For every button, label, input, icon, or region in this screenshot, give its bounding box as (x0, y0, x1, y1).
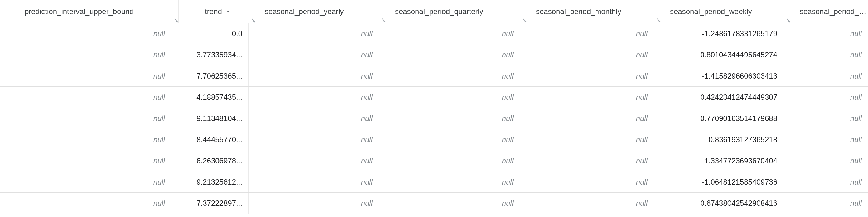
table-cell: null (379, 150, 520, 171)
table-cell: -1.0648121585409736 (654, 172, 784, 192)
table-cell: null (249, 87, 379, 107)
cell-value: null (361, 178, 373, 186)
cell-value: null (502, 72, 514, 81)
column-header-label: seasonal_period_dail (800, 7, 868, 16)
table-cell: null (784, 87, 868, 107)
column-header-trend[interactable]: trend (179, 0, 256, 23)
cell-value: 0.0 (232, 29, 242, 38)
table-cell: null (9, 172, 172, 192)
cell-value: null (850, 29, 862, 38)
column-header-seasonal-period-daily[interactable]: seasonal_period_dail (791, 0, 868, 23)
cell-value: null (850, 135, 862, 144)
cell-value: -1.0648121585409736 (702, 178, 777, 186)
cell-value: 0.42423412474449307 (700, 93, 777, 102)
cell-value: null (153, 72, 165, 81)
column-header-seasonal-period-yearly[interactable]: seasonal_period_yearly (256, 0, 386, 23)
cell-value: null (502, 29, 514, 38)
cell-value: null (361, 72, 373, 81)
table-row[interactable]: null9.21325612...nullnullnull-1.06481215… (0, 172, 868, 193)
column-header-leading[interactable]: . (0, 0, 16, 23)
table-cell: 3.77335934... (172, 44, 249, 65)
cell-value: 3.77335934... (196, 51, 242, 59)
cell-value: null (502, 93, 514, 102)
table-row[interactable]: null9.11348104...nullnullnull-0.77090163… (0, 108, 868, 129)
cell-value: null (361, 199, 373, 208)
table-cell: null (9, 108, 172, 129)
cell-value: null (502, 51, 514, 59)
table-row[interactable]: null4.18857435...nullnullnull0.424234124… (0, 87, 868, 108)
cell-value: null (153, 29, 165, 38)
table-cell: null (379, 108, 520, 129)
cell-value: null (850, 51, 862, 59)
table-cell: null (784, 23, 868, 44)
column-header-label: trend (205, 7, 222, 16)
cell-value: 7.70625365... (196, 72, 242, 81)
table-cell (0, 150, 9, 171)
table-cell (0, 129, 9, 150)
column-header-prediction-interval-upper-bound[interactable]: prediction_interval_upper_bound (16, 0, 179, 23)
table-row[interactable]: null7.70625365...nullnullnull-1.41582966… (0, 65, 868, 87)
table-cell: 9.11348104... (172, 108, 249, 129)
table-row[interactable]: null6.26306978...nullnullnull1.334772369… (0, 150, 868, 172)
cell-value: null (850, 93, 862, 102)
table-cell: 8.44455770... (172, 129, 249, 150)
table-row[interactable]: null3.77335934...nullnullnull0.801043444… (0, 44, 868, 65)
cell-value: null (636, 72, 648, 81)
cell-value: null (502, 114, 514, 123)
column-resize-handle[interactable] (785, 17, 790, 22)
table-cell (0, 23, 9, 44)
table-cell: 7.37222897... (172, 193, 249, 214)
column-header-seasonal-period-weekly[interactable]: seasonal_period_weekly (661, 0, 791, 23)
cell-value: 0.67438042542908416 (700, 199, 777, 208)
cell-value: null (361, 135, 373, 144)
cell-value: -1.4158296606303413 (702, 72, 777, 81)
table-cell (0, 65, 9, 86)
table-cell: null (249, 44, 379, 65)
table-cell: null (9, 65, 172, 86)
cell-value: null (636, 135, 648, 144)
cell-value: null (153, 51, 165, 59)
cell-value: null (636, 29, 648, 38)
table-cell (0, 172, 9, 192)
table-cell: null (379, 172, 520, 192)
cell-value: -1.2486178331265179 (702, 29, 777, 38)
table-cell: 0.80104344495645274 (654, 44, 784, 65)
column-resize-handle[interactable] (380, 17, 385, 22)
table-cell: null (520, 172, 654, 192)
cell-value: null (850, 114, 862, 123)
cell-value: 9.11348104... (196, 114, 242, 123)
cell-value: null (636, 178, 648, 186)
table-cell: 0.0 (172, 23, 249, 44)
table-cell: null (249, 193, 379, 214)
column-header-seasonal-period-monthly[interactable]: seasonal_period_monthly (527, 0, 661, 23)
sort-descending-icon[interactable] (225, 8, 231, 14)
table-row[interactable]: null0.0nullnullnull-1.2486178331265179nu… (0, 23, 868, 44)
table-cell: null (520, 193, 654, 214)
column-resize-handle[interactable] (250, 17, 255, 22)
column-header-seasonal-period-quarterly[interactable]: seasonal_period_quarterly (386, 0, 527, 23)
table-cell: null (249, 172, 379, 192)
table-cell: null (520, 129, 654, 150)
table-cell: null (520, 150, 654, 171)
table-cell: null (9, 87, 172, 107)
table-cell: null (520, 65, 654, 86)
table-cell: null (249, 108, 379, 129)
cell-value: 8.44455770... (196, 135, 242, 144)
cell-value: null (361, 51, 373, 59)
table-header-row: . prediction_interval_upper_bound trend … (0, 0, 868, 23)
cell-value: null (636, 156, 648, 165)
table-cell: 1.3347723693670404 (654, 150, 784, 171)
table-cell: null (784, 65, 868, 86)
table-row[interactable]: null8.44455770...nullnullnull0.836193127… (0, 129, 868, 150)
column-header-label: seasonal_period_weekly (670, 7, 784, 16)
column-resize-handle[interactable] (521, 17, 526, 22)
table-cell: 0.42423412474449307 (654, 87, 784, 107)
table-cell: null (784, 129, 868, 150)
column-resize-handle[interactable] (655, 17, 660, 22)
cell-value: null (850, 156, 862, 165)
cell-value: 9.21325612... (196, 178, 242, 186)
table-cell: null (379, 193, 520, 214)
column-resize-handle[interactable] (173, 17, 178, 22)
table-body: null0.0nullnullnull-1.2486178331265179nu… (0, 23, 868, 214)
table-row[interactable]: null7.37222897...nullnullnull0.674380425… (0, 193, 868, 214)
